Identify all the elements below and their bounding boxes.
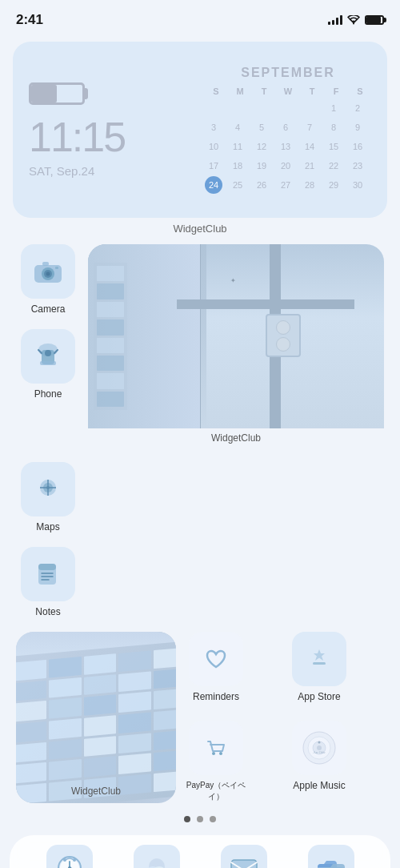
spacer: [88, 462, 384, 617]
widget-battery-icon: [29, 82, 85, 105]
battery-icon: [365, 15, 384, 25]
dock-app-files[interactable]: [308, 845, 354, 868]
svg-rect-23: [313, 662, 326, 665]
cal-day: 13: [277, 138, 294, 155]
app-appstore[interactable]: App Store: [287, 632, 351, 714]
reminders-icon-bg: [189, 632, 243, 686]
mail-icon-bg: [221, 845, 267, 868]
status-bar: 2:41: [0, 0, 400, 35]
cal-today: 24: [205, 176, 222, 194]
maps-icon: [34, 476, 62, 503]
widgetclub-photo-2[interactable]: WidgetClub: [16, 632, 176, 803]
reminders-icon: [202, 645, 230, 673]
app-applemusic[interactable]: An Ode Apple Music: [287, 721, 351, 803]
maps-icon-bg: [21, 462, 75, 516]
cal-day: 12: [253, 138, 270, 155]
widget-time: 11:15: [29, 116, 125, 158]
cal-day: [205, 99, 222, 117]
paypay-label: PayPay（ペイペイ）: [184, 780, 248, 802]
svg-point-25: [219, 752, 222, 755]
notes-icon: [34, 561, 62, 588]
cal-day: 29: [325, 176, 342, 194]
top-widget-label: WidgetClub: [0, 223, 400, 235]
cal-day: 25: [229, 176, 246, 194]
files-icon: [316, 854, 346, 868]
svg-point-30: [318, 741, 321, 744]
cal-day: 14: [301, 138, 318, 155]
cal-header-t1: T: [253, 85, 275, 98]
cal-header-w: W: [277, 85, 299, 98]
cal-day: [277, 99, 294, 117]
svg-rect-10: [40, 361, 56, 365]
page-dot-2[interactable]: [197, 816, 203, 822]
cal-header-s1: S: [205, 85, 227, 98]
app-phone[interactable]: Phone: [16, 329, 80, 400]
cal-day: 18: [229, 157, 246, 175]
dock-app-clock[interactable]: [46, 845, 93, 868]
music-icon: An Ode: [301, 729, 338, 766]
maps-label: Maps: [36, 521, 59, 532]
page-dot-1[interactable]: [184, 816, 190, 822]
dock-app-weather[interactable]: [134, 845, 180, 868]
appstore-label: App Store: [298, 691, 340, 702]
cal-day: 4: [229, 119, 246, 136]
cal-day: 7: [301, 119, 318, 136]
svg-point-9: [45, 350, 51, 356]
cal-day: 17: [205, 157, 222, 175]
page-dots: [0, 816, 400, 822]
app-paypay[interactable]: PayPay（ペイペイ）: [184, 721, 248, 803]
cal-header-m: M: [229, 85, 251, 98]
paypay-icon-bg: [189, 721, 243, 775]
cal-day: 22: [325, 157, 342, 175]
widgetclub-photo-1[interactable]: ✦ WidgetClub: [88, 244, 384, 448]
bottom-section: WidgetClub Reminders App Store: [0, 632, 400, 803]
building-scene-img: [16, 632, 176, 803]
paypay-icon: [202, 733, 230, 762]
camera-icon-bg: [21, 244, 75, 299]
app-maps[interactable]: Maps: [16, 462, 80, 532]
clock-icon: [55, 854, 84, 868]
widget-date: SAT, Sep.24: [29, 164, 94, 178]
cal-day: 21: [301, 157, 318, 175]
app-reminders[interactable]: Reminders: [184, 632, 248, 714]
dock: [10, 835, 390, 868]
cal-day: 8: [325, 119, 342, 136]
svg-rect-6: [55, 267, 58, 269]
weather-icon: [142, 855, 172, 868]
appstore-icon-bg: [292, 632, 346, 686]
page-dot-3[interactable]: [210, 816, 216, 822]
cal-day: 3: [205, 119, 222, 136]
cal-day: 28: [301, 176, 318, 194]
signal-icon: [328, 15, 342, 25]
cal-day: 16: [349, 138, 366, 155]
phone-label: Phone: [34, 388, 62, 400]
app-camera[interactable]: Camera: [16, 244, 80, 315]
svg-point-38: [73, 858, 76, 862]
cal-day: 5: [253, 119, 270, 136]
widgetclub-label-2: WidgetClub: [16, 786, 176, 797]
appstore-icon: [305, 645, 334, 673]
dock-app-mail[interactable]: [221, 845, 267, 868]
right-icons-grid: Reminders App Store PayPay（ペ: [184, 632, 384, 803]
cal-day: 30: [349, 176, 366, 194]
status-icons: [328, 15, 384, 25]
cal-day: 15: [325, 138, 342, 155]
widget-right: SEPTEMBER S M T W T F S 1 2 3 4 5 6 7 8 …: [205, 66, 371, 194]
svg-point-24: [212, 752, 215, 755]
cal-day: 2: [349, 99, 366, 117]
camera-label: Camera: [31, 303, 66, 315]
top-widget[interactable]: 11:15 SAT, Sep.24 SEPTEMBER S M T W T F …: [13, 42, 387, 218]
app-row-2: Maps Notes: [16, 462, 384, 617]
widget-month: SEPTEMBER: [241, 66, 335, 80]
cal-day: 20: [277, 157, 294, 175]
clock-icon-bg: [46, 845, 93, 868]
app-section: Camera Phone: [0, 244, 400, 617]
cal-day: 27: [277, 176, 294, 194]
files-icon-bg: [308, 845, 354, 868]
app-row-1: Camera Phone: [16, 244, 384, 448]
app-notes[interactable]: Notes: [16, 547, 80, 617]
cal-day: 9: [349, 119, 366, 136]
status-time: 2:41: [16, 12, 43, 28]
cal-day: [253, 99, 270, 117]
cal-day: 10: [205, 138, 222, 155]
